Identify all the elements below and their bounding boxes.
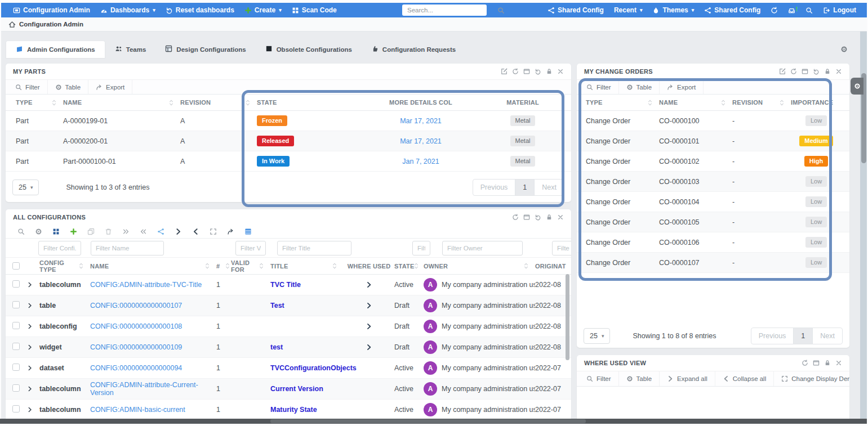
trash-toolbar-icon[interactable] (100, 228, 117, 235)
row-checkbox[interactable] (12, 322, 20, 329)
column-header-type[interactable]: TYPE (16, 99, 63, 106)
details-date-link[interactable]: Mar 17, 2021 (400, 117, 442, 125)
expand-row-icon[interactable] (27, 365, 39, 371)
lock-icon[interactable] (546, 68, 553, 75)
config-title-link[interactable]: Test (270, 302, 284, 310)
column-header-material[interactable]: MATERIAL (483, 99, 562, 106)
table-row[interactable]: Part A-0000200-01 A Released Mar 17, 202… (6, 131, 571, 151)
table-row[interactable]: Part A-0000199-01 A Frozen Mar 17, 2021 … (6, 111, 571, 131)
expand-all-button[interactable]: Expand all (660, 371, 715, 386)
next-page-button[interactable]: Next (534, 179, 564, 196)
config-name-link[interactable]: CONFIG:ADMIN-attribute-Current-Version (90, 381, 198, 397)
column-header-state[interactable]: STATE (257, 99, 358, 106)
table-button[interactable]: Table (48, 80, 89, 94)
edit-icon[interactable] (501, 68, 508, 75)
nav-item-recent[interactable]: Recent▾ (609, 3, 648, 17)
gear-toolbar-icon[interactable] (30, 228, 47, 235)
change-display-density-button[interactable]: Change Display Density (774, 371, 849, 386)
table-row[interactable]: tableconfig CONFIG:0000000000000108 1 Dr… (6, 316, 571, 337)
filter-input-filter-name[interactable] (91, 241, 164, 255)
row-checkbox[interactable] (12, 405, 20, 412)
table-row[interactable]: Change Order CO-0000107 - Low (577, 253, 849, 273)
lock-icon[interactable] (546, 214, 553, 221)
previous-page-button[interactable]: Previous (751, 328, 794, 344)
nav-item-create[interactable]: Create▾ (239, 3, 287, 17)
window-icon[interactable] (813, 360, 820, 366)
column-header-originated[interactable]: ORIGINAT (535, 263, 571, 270)
select-all-checkbox[interactable] (12, 262, 20, 270)
expand-row-icon[interactable] (27, 324, 39, 329)
column-header-more-details[interactable]: MORE DETAILS COL (358, 99, 483, 106)
nav-item-configuration-admin[interactable]: Configuration Admin (8, 3, 95, 17)
share-toolbar-icon[interactable] (152, 228, 170, 235)
refresh-icon[interactable] (802, 360, 808, 366)
nav-item-shared-config[interactable]: Shared Config (699, 3, 765, 17)
tab-teams[interactable]: Teams (105, 41, 156, 58)
nav-item-scan-code[interactable]: Scan Code (287, 3, 342, 17)
column-header-revision[interactable]: REVISION (180, 99, 257, 106)
current-page-button[interactable]: 1 (793, 328, 813, 344)
nav-item-logout[interactable]: Logout (818, 3, 861, 17)
undo-icon[interactable] (813, 68, 820, 75)
refresh-icon[interactable] (790, 68, 797, 75)
column-header-title[interactable]: TITLE (270, 263, 344, 270)
nav-item-shared-config[interactable]: Shared Config (542, 3, 609, 17)
export-button[interactable]: Export (660, 80, 704, 94)
column-header-owner[interactable]: OWNER (424, 263, 535, 270)
table-scrollbar-thumb[interactable] (566, 274, 569, 360)
table-row[interactable]: table CONFIG:0000000000000107 1 Test Dra… (6, 295, 571, 316)
column-header-state[interactable]: STATE (394, 263, 424, 270)
plus-green-toolbar-icon[interactable] (65, 228, 82, 235)
table-button[interactable]: Table (619, 371, 660, 386)
table-row[interactable]: tablecolumn CONFIG:ADMIN-attribute-Curre… (6, 379, 571, 400)
config-title-link[interactable]: Current Version (270, 385, 323, 393)
details-date-link[interactable]: Jan 7, 2021 (402, 158, 439, 165)
table-toolbar-icon[interactable] (239, 228, 257, 235)
config-title-link[interactable]: TVC Title (270, 281, 301, 289)
filter-input-filter-title[interactable] (277, 241, 351, 255)
page-size-select[interactable]: 25▾ (12, 180, 39, 195)
tab-admin-configurations[interactable]: Admin Configurations (6, 41, 105, 58)
table-row[interactable]: Change Order CO-0000106 - Low (577, 232, 849, 253)
nav-item-dashboards[interactable]: Dashboards▾ (95, 3, 161, 17)
column-header-number[interactable]: # (216, 263, 231, 270)
table-row[interactable]: Change Order CO-0000104 - Low (577, 192, 849, 212)
filter-input-filter-owner[interactable] (442, 241, 523, 255)
table-row[interactable]: Change Order CO-0000100 - Low (577, 111, 849, 131)
undo-icon[interactable] (535, 214, 541, 221)
refresh-icon[interactable] (512, 68, 519, 75)
where-used-arrow-icon[interactable] (366, 302, 372, 309)
next-page-button[interactable]: Next (812, 328, 843, 344)
config-name-link[interactable]: CONFIG:0000000000000109 (90, 343, 182, 351)
config-name-link[interactable]: CONFIG:0000000000000094 (90, 364, 182, 372)
tab-obsolete-configurations[interactable]: Obsolete Configurations (256, 41, 362, 58)
config-title-link[interactable]: Maturity State (270, 406, 317, 414)
edit-icon[interactable] (779, 68, 786, 75)
close-icon[interactable] (557, 68, 564, 75)
row-checkbox[interactable] (12, 280, 20, 288)
expand-row-icon[interactable] (27, 386, 39, 392)
column-header-name[interactable]: NAME (90, 263, 216, 270)
expand-toolbar-icon[interactable] (204, 228, 222, 235)
expand-row-icon[interactable] (27, 344, 39, 350)
tab-design-configurations[interactable]: Design Configurations (155, 41, 255, 58)
table-row[interactable]: Change Order CO-0000101 - Medium (577, 131, 849, 151)
column-header-type[interactable]: TYPE (586, 99, 659, 106)
table-row[interactable]: tablecolumn CONFIG:ADMIN-basic-current 1… (6, 400, 571, 420)
search-toolbar-icon[interactable] (12, 228, 30, 235)
table-row[interactable]: Part Part-0000100-01 A In Work Jan 7, 20… (6, 151, 571, 172)
table-row[interactable]: Change Order CO-0000102 - High (577, 151, 849, 172)
ffwd-toolbar-icon[interactable] (117, 228, 135, 235)
horizontal-scrollbar-thumb[interactable] (270, 419, 586, 423)
column-header-revision[interactable]: REVISION (732, 99, 791, 106)
row-checkbox[interactable] (12, 343, 20, 350)
refresh-icon[interactable] (512, 214, 519, 221)
row-checkbox[interactable] (12, 301, 20, 308)
export-toolbar-icon[interactable] (222, 228, 239, 235)
page-size-select[interactable]: 25▾ (584, 328, 610, 344)
column-header-name[interactable]: NAME (63, 99, 180, 106)
filter-input-filter-confi[interactable] (38, 241, 81, 255)
chev-left-toolbar-icon[interactable] (187, 228, 204, 235)
expand-row-icon[interactable] (27, 407, 39, 412)
config-name-link[interactable]: CONFIG:ADMIN-basic-current (90, 406, 185, 414)
